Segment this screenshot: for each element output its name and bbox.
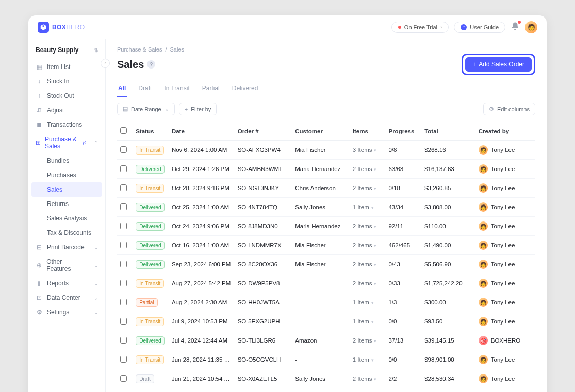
row-checkbox[interactable]	[117, 312, 133, 331]
table-row[interactable]: In Transit Oct 28, 2024 9:16 PM SO-NGT3N…	[117, 179, 535, 198]
cell-items[interactable]: 2 Items▾	[350, 217, 386, 236]
nav-data-center[interactable]: ⊡Data Center⌄	[28, 291, 105, 305]
row-checkbox[interactable]	[117, 255, 133, 274]
chevron-down-icon: ▾	[374, 377, 376, 382]
cell-items[interactable]: 2 Items▾	[350, 331, 386, 350]
nav-transactions[interactable]: ≣Transactions	[28, 117, 105, 132]
plus-icon: +	[185, 106, 188, 112]
cell-items[interactable]: 2 Items▾	[350, 274, 386, 293]
add-sales-order-button[interactable]: +Add Sales Order	[465, 57, 532, 72]
cell-items[interactable]: 2 Items▾	[350, 369, 386, 388]
row-checkbox[interactable]	[117, 293, 133, 312]
header-date[interactable]: Date	[169, 122, 235, 141]
nav-purchases[interactable]: Purchases	[28, 168, 105, 182]
nav-settings[interactable]: ⚙Settings⌄	[28, 305, 105, 319]
tab-delivered[interactable]: Delivered	[231, 80, 259, 97]
breadcrumb-2[interactable]: Sales	[170, 46, 185, 53]
row-checkbox[interactable]	[117, 331, 133, 350]
cell-progress: 0/8	[385, 141, 421, 160]
table-row[interactable]: Delivered Oct 24, 2024 9:06 PM SO-8J8MD3…	[117, 217, 535, 236]
cell-items[interactable]: 1 Item▾	[350, 198, 386, 217]
edit-columns-button[interactable]: ⚙Edit columns	[483, 103, 535, 115]
tab-all[interactable]: All	[117, 80, 127, 97]
header-items[interactable]: Items	[350, 122, 386, 141]
cell-status: Delivered	[133, 236, 169, 255]
collapse-sidebar-button[interactable]: ‹	[101, 59, 110, 68]
cell-customer: -	[292, 312, 350, 331]
guide-pill[interactable]: ? User Guide	[454, 22, 505, 33]
table-row[interactable]: Delivered Oct 16, 2024 1:00 AM SO-LNDMMR…	[117, 236, 535, 255]
cell-items[interactable]: 2 Items▾	[350, 255, 386, 274]
table-row[interactable]: In Transit Nov 6, 2024 1:00 AM SO-AFXG3P…	[117, 141, 535, 160]
row-checkbox[interactable]	[117, 350, 133, 369]
nav-purchase-sales[interactable]: ⊞Purchase & Salesβ⌃	[28, 132, 105, 154]
help-icon[interactable]: ?	[147, 60, 155, 69]
workspace-selector[interactable]: Beauty Supply ⇅	[28, 46, 105, 60]
table-row[interactable]: Delivered Sep 23, 2024 6:00 PM SO-8C20OX…	[117, 255, 535, 274]
table-row[interactable]: Draft Jun 21, 2024 10:54 AM SO-X0AZETL5 …	[117, 369, 535, 388]
row-checkbox[interactable]	[117, 369, 133, 388]
row-checkbox[interactable]	[117, 236, 133, 255]
nav-sales[interactable]: Sales	[31, 182, 102, 197]
table-row[interactable]: In Transit Aug 27, 2024 5:42 PM SO-DW9P5…	[117, 274, 535, 293]
table-row[interactable]: Delivered Jul 4, 2024 12:44 AM SO-TLI3LG…	[117, 331, 535, 350]
cell-date: Oct 16, 2024 1:00 AM	[169, 236, 235, 255]
user-avatar[interactable]: 🧑	[525, 21, 537, 33]
notifications-button[interactable]	[511, 22, 520, 33]
header-total[interactable]: Total	[421, 122, 475, 141]
nav-sales-analysis[interactable]: Sales Analysis	[28, 211, 105, 226]
nav-bundles[interactable]: Bundles	[28, 154, 105, 168]
row-checkbox[interactable]	[117, 160, 133, 179]
nav-item-list[interactable]: ▦Item List	[28, 60, 105, 74]
header-checkbox[interactable]	[117, 122, 133, 141]
cell-order: SO-AMBN3WMI	[235, 160, 292, 179]
table-row[interactable]: Partial Aug 2, 2024 2:30 AM SO-HH0JWT5A …	[117, 293, 535, 312]
cell-items[interactable]: 2 Items▾	[350, 236, 386, 255]
cell-items[interactable]: 1 Item▾	[350, 350, 386, 369]
table-row[interactable]: Delivered Oct 29, 2024 1:26 PM SO-AMBN3W…	[117, 160, 535, 179]
nav-print-barcode[interactable]: ⊟Print Barcode⌄	[28, 240, 105, 254]
cell-items[interactable]: 1 Item▾	[350, 388, 386, 393]
row-checkbox[interactable]	[117, 179, 133, 198]
header-customer[interactable]: Customer	[292, 122, 350, 141]
row-checkbox[interactable]	[117, 274, 133, 293]
nav-stock-out[interactable]: ↑Stock Out	[28, 89, 105, 103]
brand[interactable]: BOXHERO	[38, 22, 85, 33]
header-status[interactable]: Status	[133, 122, 169, 141]
date-range-filter[interactable]: ▤Date Range⌄	[117, 103, 175, 115]
chevron-down-icon: ▾	[371, 319, 374, 325]
cell-order: SO-8C20OX36	[235, 255, 292, 274]
table-row[interactable]: In Transit Jul 9, 2024 10:53 PM SO-5EXG2…	[117, 312, 535, 331]
row-checkbox[interactable]	[117, 217, 133, 236]
row-checkbox[interactable]	[117, 141, 133, 160]
cell-order: SO-U6QWSYJC	[235, 388, 292, 393]
nav-stock-in[interactable]: ↓Stock In	[28, 74, 105, 89]
filter-by-button[interactable]: +Filter by	[179, 103, 217, 115]
header-order[interactable]: Order #	[235, 122, 292, 141]
tab-in-transit[interactable]: In Transit	[163, 80, 190, 97]
tab-partial[interactable]: Partial	[201, 80, 221, 97]
breadcrumb-1[interactable]: Purchase & Sales	[117, 46, 162, 53]
nav-adjust[interactable]: ⇵Adjust	[28, 103, 105, 117]
header-progress[interactable]: Progress	[385, 122, 421, 141]
cell-items[interactable]: 1 Item▾	[350, 293, 386, 312]
nav-other-features[interactable]: ⊕Other Features⌄	[28, 254, 105, 276]
cell-status: In Transit	[133, 312, 169, 331]
table-row[interactable]: In Transit Jun 28, 2024 11:35 PM SO-O5CG…	[117, 350, 535, 369]
tab-draft[interactable]: Draft	[137, 80, 153, 97]
row-checkbox[interactable]	[117, 198, 133, 217]
cell-items[interactable]: 2 Items▾	[350, 160, 386, 179]
header-created-by[interactable]: Created by	[475, 122, 535, 141]
chevron-down-icon: ▾	[371, 205, 374, 210]
table-row[interactable]: Delivered Oct 25, 2024 1:00 AM SO-4NT784…	[117, 198, 535, 217]
row-checkbox[interactable]	[117, 388, 133, 393]
cell-items[interactable]: 2 Items▾	[350, 179, 386, 198]
table-row[interactable]: Draft Jun 17, 2024 6:15 PM SO-U6QWSYJC -…	[117, 388, 535, 393]
nav-returns[interactable]: Returns	[28, 197, 105, 211]
cell-items[interactable]: 3 Items▾	[350, 141, 386, 160]
alert-dot-icon	[398, 26, 401, 29]
nav-tax-discounts[interactable]: Tax & Discounts	[28, 226, 105, 240]
nav-reports[interactable]: ⫿Reports⌄	[28, 276, 105, 291]
cell-items[interactable]: 1 Item▾	[350, 312, 386, 331]
trial-pill[interactable]: On Free Trial ›	[391, 22, 449, 33]
